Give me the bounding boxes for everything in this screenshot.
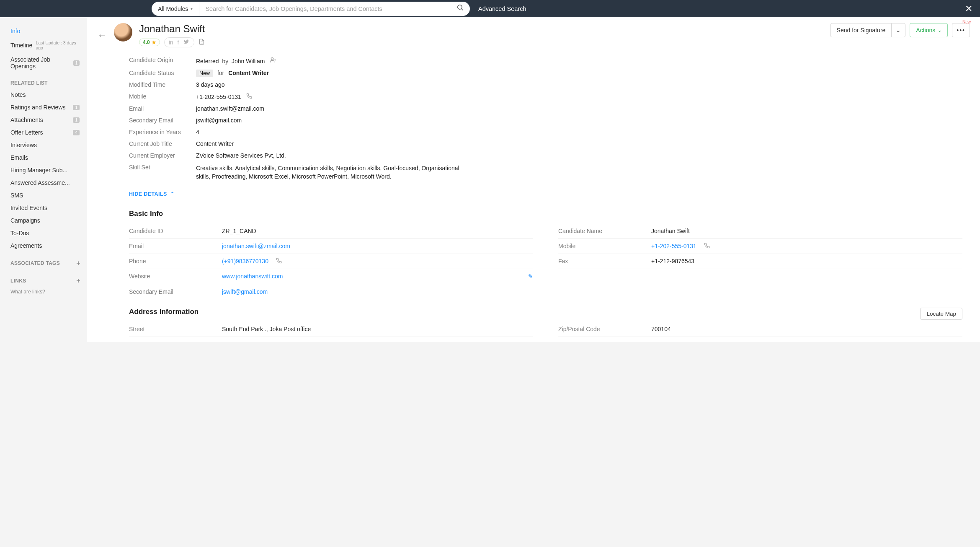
skills-value: Creative skills, Analytical skills, Comm… [196,164,464,181]
search-input[interactable] [205,5,456,12]
social-links: in f [164,37,195,47]
count-badge: 1 [73,60,80,66]
sidebar-item-offers[interactable]: Offer Letters4 [0,126,87,139]
sidebar-item-agreements[interactable]: Agreements [0,239,87,252]
plus-icon[interactable]: + [76,277,80,285]
timeline-note: Last Update : 3 days ago [36,40,80,50]
modules-label: All Modules [158,5,188,12]
website-link[interactable]: www.jonathanswift.com [222,273,283,280]
document-icon[interactable] [199,38,205,47]
title-value: Content Writer [196,140,464,147]
svg-line-1 [462,9,463,10]
title-label: Current Job Title [129,140,196,147]
locate-map-button[interactable]: Locate Map [920,308,962,320]
sidebar-item-interviews[interactable]: Interviews [0,139,87,151]
facebook-icon[interactable]: f [178,39,179,46]
chevron-down-icon: ⌄ [938,28,941,33]
exp-label: Experience in Years [129,129,196,135]
status-chip: New [196,70,213,77]
employer-value: ZVoice Software Services Pvt, Ltd. [196,152,464,159]
caret-down-icon: ▾ [191,6,193,11]
employer-label: Current Employer [129,152,196,159]
advanced-search-link[interactable]: Advanced Search [478,5,526,12]
phone-icon[interactable] [704,243,710,250]
rating-pill[interactable]: 4.0 ★ [139,39,160,46]
mobile-label: Mobile [129,93,196,100]
related-list-header: RELATED LIST [0,73,87,88]
sidebar-assoc-jobs[interactable]: Associated Job Openings 1 [0,53,87,73]
skills-label: Skill Set [129,164,196,181]
secemail-label: Secondary Email [129,117,196,124]
close-icon[interactable]: ✕ [962,3,975,14]
phone-icon[interactable] [246,93,252,100]
hide-details-toggle[interactable]: HIDE DETAILS ⌃ [129,184,962,201]
sidebar-item-notes[interactable]: Notes [0,88,87,101]
email-value: jonathan.swift@zmail.com [196,105,464,112]
sidebar-item-assess[interactable]: Answered Assessme... [0,176,87,189]
email-link[interactable]: jonathan.swift@zmail.com [222,243,290,249]
email-label: Email [129,105,196,112]
sidebar-item-todos[interactable]: To-Dos [0,227,87,239]
twitter-icon[interactable] [183,39,190,46]
search-group: All Modules ▾ [152,2,470,16]
sidebar-item-ratings[interactable]: Ratings and Reviews1 [0,101,87,114]
plus-icon[interactable]: + [76,259,80,267]
status-label: Candidate Status [129,70,196,76]
secemail-value: jswift@gmail.com [196,117,464,124]
basic-info-title: Basic Info [129,210,962,218]
send-signature-button[interactable]: Send for Signature [830,23,892,37]
back-arrow-icon[interactable]: ← [97,29,107,41]
topbar: All Modules ▾ Advanced Search ✕ [0,0,980,17]
sidebar-item-hiring[interactable]: Hiring Manager Sub... [0,164,87,176]
links-header: LINKS + [0,270,87,287]
phone-link[interactable]: (+91)9836770130 [222,258,268,264]
candidate-name: Jonathan Swift [139,23,205,35]
sidebar-item-emails[interactable]: Emails [0,151,87,164]
sidebar-item-events[interactable]: Invited Events [0,202,87,214]
chevron-up-icon: ⌃ [170,191,174,197]
sidebar-item-campaigns[interactable]: Campaigns [0,214,87,227]
modified-value: 3 days ago [196,81,464,88]
sidebar: Info Timeline Last Update : 3 days ago A… [0,17,87,342]
avatar[interactable] [114,23,132,41]
svg-point-0 [458,5,462,10]
sec-email-link[interactable]: jswift@gmail.com [222,288,268,295]
more-button[interactable]: ••• [952,23,970,37]
sidebar-info[interactable]: Info [0,25,87,37]
new-badge: New [962,20,971,24]
sidebar-item-attachments[interactable]: Attachments1 [0,114,87,126]
modules-dropdown[interactable]: All Modules ▾ [152,2,199,16]
linkedin-icon[interactable]: in [169,39,173,46]
star-icon: ★ [152,39,156,45]
mobile-link[interactable]: +1-202-555-0131 [651,243,696,249]
send-signature-caret[interactable]: ⌄ [891,23,905,37]
referral-icon[interactable] [270,58,276,65]
exp-value: 4 [196,129,464,135]
sidebar-item-sms[interactable]: SMS [0,189,87,202]
address-title: Address Information [129,308,962,316]
links-help[interactable]: What are links? [0,287,87,296]
edit-icon[interactable]: ✎ [528,273,533,280]
svg-point-4 [271,58,273,60]
modified-label: Modified Time [129,81,196,88]
phone-icon[interactable] [276,258,282,265]
search-icon[interactable] [456,4,464,13]
origin-label: Candidate Origin [129,57,196,65]
actions-button[interactable]: Actions⌄ [910,23,948,37]
sidebar-timeline[interactable]: Timeline Last Update : 3 days ago [0,37,87,53]
main-content: ← Jonathan Swift 4.0 ★ in f [87,17,980,342]
associated-tags-header: ASSOCIATED TAGS + [0,252,87,270]
